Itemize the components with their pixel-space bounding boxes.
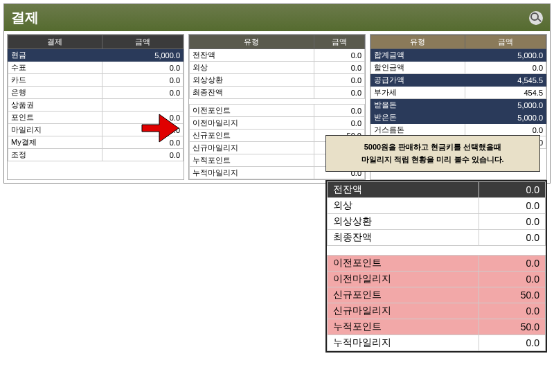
table-row[interactable]: 은행0.0 xyxy=(8,87,184,99)
col-amount2: 금액 xyxy=(314,35,364,49)
row-label: 합계금액 xyxy=(371,49,465,62)
table-row[interactable]: 이전포인트0.0 xyxy=(190,105,365,117)
info-note: 5000원을 판매하고 현금키를 선택했을때 마일리지 적립 현황을 미리 볼수… xyxy=(325,135,540,172)
col-payment: 결제 xyxy=(8,35,102,49)
titlebar: 결제 xyxy=(4,4,550,31)
red-arrow-icon xyxy=(138,107,180,151)
table-row[interactable]: 전잔액0.0 xyxy=(190,49,365,62)
row-label: 전잔액 xyxy=(328,182,479,188)
window-title: 결제 xyxy=(11,8,39,27)
row-label: 외상 xyxy=(190,62,314,74)
row-label: 현금 xyxy=(8,49,102,62)
table-row[interactable]: 할인금액0.0 xyxy=(371,62,546,74)
row-label: 신규포인트 xyxy=(190,130,314,142)
row-label: 수표 xyxy=(8,62,102,74)
row-label: 할인금액 xyxy=(371,62,465,74)
row-label: 거스름돈 xyxy=(371,124,465,136)
row-value: 0.0 xyxy=(102,87,183,99)
table-row[interactable]: 전잔액0.0 xyxy=(328,182,546,188)
row-label: 공급가액 xyxy=(371,74,465,87)
row-label: 은행 xyxy=(8,87,102,99)
row-label: 전잔액 xyxy=(190,49,314,62)
table-row[interactable]: 받을돈5,000.0 xyxy=(371,99,546,112)
table-row[interactable]: 받은돈5,000.0 xyxy=(371,112,546,124)
row-value: 0.0 xyxy=(314,105,364,117)
row-value: 5,000.0 xyxy=(465,99,546,112)
col-type3: 유형 xyxy=(371,35,465,49)
table-row[interactable]: 외상상환0.0 xyxy=(190,74,365,87)
table-row[interactable]: 부가세454.5 xyxy=(371,87,546,99)
row-value: 5,000.0 xyxy=(465,49,546,62)
row-label: 받은돈 xyxy=(371,112,465,124)
note-line2: 마일리지 적립 현황을 미리 볼수 있습니다. xyxy=(333,154,533,166)
table-row[interactable]: 카드0.0 xyxy=(8,74,184,87)
col-type: 유형 xyxy=(190,35,314,49)
row-label: 최종잔액 xyxy=(190,87,314,99)
row-label: 외상상환 xyxy=(190,74,314,87)
table-row[interactable]: 이전마일리지0.0 xyxy=(190,117,365,130)
row-value: 0.0 xyxy=(102,74,183,87)
row-label: 부가세 xyxy=(371,87,465,99)
row-value: 0.0 xyxy=(465,124,546,136)
row-label: 조정 xyxy=(8,149,102,161)
table-row[interactable]: 거스름돈0.0 xyxy=(371,124,546,136)
table-row[interactable]: 외상0.0 xyxy=(190,62,365,74)
row-label: 누적마일리지 xyxy=(190,167,314,179)
table-row[interactable]: 현금5,000.0 xyxy=(8,49,184,62)
table-row[interactable]: 최종잔액0.0 xyxy=(190,87,365,99)
row-label: 마일리지 xyxy=(8,124,102,136)
row-label: 카드 xyxy=(8,74,102,87)
row-label: 신규마일리지 xyxy=(190,142,314,154)
row-value: 454.5 xyxy=(465,87,546,99)
zoom-panel: 전잔액0.0외상0.0외상상환0.0최종잔액0.0 이전포인트0.0이전마일리지… xyxy=(325,180,547,187)
row-label: My결제 xyxy=(8,136,102,149)
row-value: 0.0 xyxy=(314,62,364,74)
row-value: 5,000.0 xyxy=(102,49,183,62)
row-value: 0.0 xyxy=(479,182,546,188)
row-value: 0.0 xyxy=(465,62,546,74)
table-row[interactable]: 수표0.0 xyxy=(8,62,184,74)
row-label: 포인트 xyxy=(8,112,102,124)
row-value: 0.0 xyxy=(102,62,183,74)
row-label: 받을돈 xyxy=(371,99,465,112)
row-value: 0.0 xyxy=(314,117,364,130)
row-label: 이전포인트 xyxy=(190,105,314,117)
row-value: 0.0 xyxy=(314,49,364,62)
table-row[interactable]: 합계금액5,000.0 xyxy=(371,49,546,62)
note-line1: 5000원을 판매하고 현금키를 선택했을때 xyxy=(333,141,533,154)
row-label: 상품권 xyxy=(8,99,102,112)
table-row[interactable]: 공급가액4,545.5 xyxy=(371,74,546,87)
row-label: 이전마일리지 xyxy=(190,117,314,130)
col-amount: 금액 xyxy=(102,35,183,49)
row-label: 누적포인트 xyxy=(190,154,314,167)
row-value: 0.0 xyxy=(314,74,364,87)
row-value: 5,000.0 xyxy=(465,112,546,124)
search-icon[interactable] xyxy=(529,11,543,25)
col-amount3: 금액 xyxy=(465,35,546,49)
row-value: 0.0 xyxy=(314,87,364,99)
row-value: 4,545.5 xyxy=(465,74,546,87)
